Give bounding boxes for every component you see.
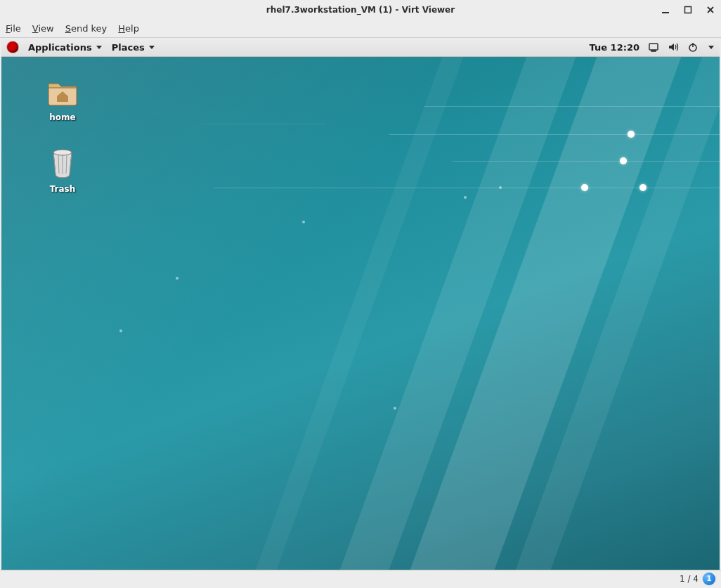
- menu-view[interactable]: View: [32, 23, 54, 34]
- chevron-down-icon: [149, 46, 155, 49]
- menu-file[interactable]: File: [6, 23, 21, 34]
- svg-rect-1: [685, 7, 691, 13]
- clock[interactable]: Tue 12:20: [590, 42, 639, 53]
- chevron-down-icon: [96, 46, 102, 49]
- app-menubar: File View Send key Help: [0, 20, 721, 38]
- volume-icon[interactable]: [668, 41, 679, 53]
- wallpaper-decor: [464, 196, 467, 199]
- chevron-down-icon: [708, 46, 714, 49]
- svg-point-10: [53, 150, 72, 155]
- applications-label: Applications: [28, 42, 92, 53]
- guest-display: Applications Places Tue 12:20: [1, 38, 720, 570]
- window-controls: [661, 5, 715, 15]
- current-display-badge[interactable]: 1: [703, 573, 715, 585]
- wallpaper-decor: [302, 221, 305, 223]
- statusbar: 1 / 4 1: [0, 570, 721, 587]
- wallpaper-decor: [176, 277, 178, 280]
- wallpaper-decor: [581, 184, 588, 191]
- svg-rect-0: [662, 12, 669, 13]
- desktop-icon-label: Trash: [31, 184, 94, 194]
- menu-help[interactable]: Help: [118, 23, 139, 34]
- desktop[interactable]: home Trash: [1, 57, 720, 570]
- desktop-icon-home[interactable]: home: [31, 77, 94, 122]
- wallpaper-decor: [639, 184, 647, 191]
- svg-rect-2: [649, 44, 658, 50]
- wallpaper-decor: [424, 106, 720, 107]
- wallpaper-decor: [499, 186, 502, 189]
- gnome-panel: Applications Places Tue 12:20: [1, 38, 720, 57]
- desktop-icon-label: home: [31, 112, 94, 122]
- svg-rect-3: [651, 51, 656, 51]
- wallpaper-decor: [628, 131, 635, 138]
- accessibility-icon[interactable]: [648, 41, 659, 53]
- trash-icon: [46, 145, 79, 179]
- places-label: Places: [112, 42, 145, 53]
- wallpaper-decor: [394, 407, 396, 410]
- wallpaper-decor: [200, 124, 326, 124]
- titlebar[interactable]: rhel7.3workstation_VM (1) - Virt Viewer: [0, 0, 721, 20]
- places-menu[interactable]: Places: [112, 42, 155, 53]
- minimize-button[interactable]: [661, 5, 670, 15]
- maximize-button[interactable]: [683, 5, 693, 15]
- applications-menu[interactable]: Applications: [28, 42, 102, 53]
- wallpaper-decor: [620, 157, 627, 164]
- menu-sendkey[interactable]: Send key: [65, 23, 108, 34]
- desktop-icon-trash[interactable]: Trash: [31, 145, 94, 194]
- display-count: 1 / 4: [680, 574, 699, 584]
- redhat-icon: [7, 41, 18, 53]
- power-icon[interactable]: [687, 41, 699, 53]
- wallpaper-decor: [389, 134, 720, 135]
- window-title: rhel7.3workstation_VM (1) - Virt Viewer: [266, 5, 455, 15]
- close-button[interactable]: [706, 5, 715, 15]
- wallpaper-decor: [453, 161, 720, 162]
- folder-home-icon: [46, 77, 79, 107]
- wallpaper-decor: [119, 329, 122, 332]
